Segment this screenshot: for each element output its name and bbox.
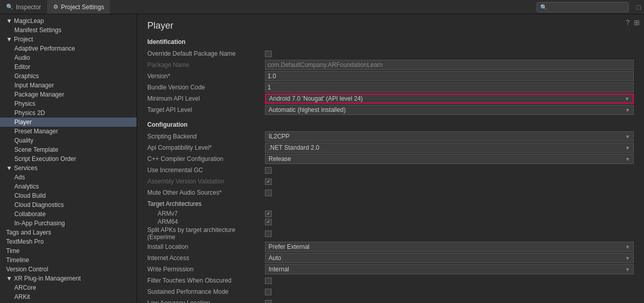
sidebar-item-input-manager[interactable]: Input Manager	[0, 81, 137, 90]
install-location-dropdown[interactable]: Prefer External ▼	[265, 242, 634, 252]
minimum-api-level-dropdown-wrapper: Android 7.0 'Nougat' (API level 24) ▼	[265, 94, 634, 104]
sidebar-item-manifest-settings[interactable]: Manifest Settings	[0, 26, 137, 35]
tab-inspector[interactable]: 🔍 Inspector	[0, 0, 47, 14]
sidebar-item-time[interactable]: Time	[0, 246, 137, 255]
sidebar-item-in-app-purchasing[interactable]: In-App Purchasing	[0, 219, 137, 228]
checkbox-mute-other-audio-sources[interactable]	[265, 190, 272, 196]
checkbox-split-apks[interactable]	[265, 230, 272, 237]
field-install-location: Install Location Prefer External ▼	[147, 242, 634, 252]
field-sustained-performance-mode: Sustained Performance Mode	[147, 287, 634, 297]
sidebar-item-graphics[interactable]: Graphics	[0, 72, 137, 81]
sidebar-item-xr-plugin-management[interactable]: ▼ XR Plug-in Management	[0, 274, 137, 283]
top-bar: 🔍 Inspector ⚙ Project Settings □	[0, 0, 644, 14]
field-bundle-version-code: Bundle Version Code	[147, 82, 634, 92]
sidebar-item-physics-2d[interactable]: Physics 2D	[0, 108, 137, 118]
main-area: ▼ MagicLeapManifest Settings▼ ProjectAda…	[0, 14, 644, 303]
sidebar-item-services[interactable]: ▼ Services	[0, 164, 137, 173]
field-internet-access: Internet Access Auto ▼	[147, 253, 634, 263]
sidebar-item-cloud-build[interactable]: Cloud Build	[0, 191, 137, 200]
sidebar-item-textmesh-pro[interactable]: TextMesh Pro	[0, 237, 137, 246]
write-permission-dropdown[interactable]: Internal ▼	[265, 264, 634, 274]
tab-project-settings[interactable]: ⚙ Project Settings	[47, 0, 110, 14]
sidebar-item-package-manager[interactable]: Package Manager	[0, 90, 137, 99]
checkbox-sustained-performance[interactable]	[265, 289, 272, 295]
sidebar-item-tags-and-layers[interactable]: Tags and Layers	[0, 228, 137, 237]
field-low-accuracy-location: Low Accuracy Location	[147, 298, 634, 303]
dropdown-arrow-icon: ▼	[625, 96, 630, 102]
section-configuration: Configuration	[147, 121, 634, 128]
sidebar-item-cloud-diagnostics[interactable]: Cloud Diagnostics	[0, 200, 137, 209]
sidebar-item-physics[interactable]: Physics	[0, 99, 137, 108]
checkbox-filter-touches[interactable]	[265, 277, 272, 284]
field-write-permission: Write Permission Internal ▼	[147, 264, 634, 274]
layout-icon[interactable]: ⊞	[634, 18, 640, 27]
field-filter-touches-when-obscured: Filter Touches When Obscured	[147, 275, 634, 286]
sidebar-item-preset-manager[interactable]: Preset Manager	[0, 127, 137, 136]
sidebar-item-analytics[interactable]: Analytics	[0, 182, 137, 191]
field-package-name: Package Name com.DefaultCompany.ARFounda…	[147, 60, 634, 70]
sidebar-item-version-control[interactable]: Version Control	[0, 265, 137, 274]
sidebar-item-timeline[interactable]: Timeline	[0, 255, 137, 265]
cpp-compiler-dropdown[interactable]: Release ▼	[265, 154, 634, 164]
field-api-compatibility-level: Api Compatibility Level* .NET Standard 2…	[147, 143, 634, 153]
dropdown-arrow-icon: ▼	[625, 267, 630, 272]
help-icon[interactable]: ?	[626, 18, 630, 27]
dropdown-arrow-icon: ▼	[625, 134, 630, 139]
sidebar-item-script-execution-order[interactable]: Script Execution Order	[0, 154, 137, 164]
checkbox-low-accuracy-location[interactable]	[265, 300, 272, 304]
field-armv7: ARMv7	[147, 210, 634, 217]
sidebar-item-adaptive-performance[interactable]: Adaptive Performance	[0, 44, 137, 53]
sidebar-item-magicleap[interactable]: ▼ MagicLeap	[0, 16, 137, 26]
checkbox-assembly-version-validation[interactable]	[265, 178, 272, 185]
checkbox-use-incremental-gc[interactable]	[265, 167, 272, 174]
checkbox-arm64[interactable]	[265, 219, 272, 225]
target-api-level-dropdown[interactable]: Automatic (highest installed) ▼	[265, 105, 634, 115]
field-target-api-level: Target API Level Automatic (highest inst…	[147, 105, 634, 115]
scripting-backend-dropdown[interactable]: IL2CPP ▼	[265, 131, 634, 142]
checkbox-override-default-package-name[interactable]	[265, 51, 272, 57]
sidebar-item-quality[interactable]: Quality	[0, 136, 137, 145]
search-box[interactable]	[537, 2, 629, 12]
content-area: ? ⊞ Player Identification Override Defau…	[137, 14, 644, 303]
sidebar-item-project[interactable]: ▼ Project	[0, 35, 137, 44]
sidebar-item-collaborate[interactable]: Collaborate	[0, 209, 137, 219]
target-api-level-dropdown-wrapper: Automatic (highest installed) ▼	[265, 105, 634, 115]
maximize-icon[interactable]: □	[637, 3, 641, 11]
field-version: Version*	[147, 71, 634, 81]
sidebar: ▼ MagicLeapManifest Settings▼ ProjectAda…	[0, 14, 137, 303]
field-assembly-version-validation: Assembly Version Validation	[147, 176, 634, 187]
field-cpp-compiler-configuration: C++ Compiler Configuration Release ▼	[147, 154, 634, 164]
package-name-value: com.DefaultCompany.ARFoundationLearn	[265, 60, 634, 70]
field-use-incremental-gc: Use Incremental GC	[147, 165, 634, 175]
minimum-api-level-dropdown[interactable]: Android 7.0 'Nougat' (API level 24) ▼	[265, 94, 634, 104]
sidebar-item-arcore[interactable]: ARCore	[0, 283, 137, 292]
sidebar-item-ads[interactable]: Ads	[0, 173, 137, 182]
sidebar-item-scene-template[interactable]: Scene Template	[0, 145, 137, 154]
settings-icon: ⚙	[53, 4, 58, 10]
page-title: Player	[147, 20, 634, 31]
dropdown-arrow-icon: ▼	[625, 255, 630, 261]
bundle-version-input[interactable]	[265, 82, 634, 92]
field-mute-other-audio-sources: Mute Other Audio Sources*	[147, 188, 634, 198]
dropdown-arrow-icon: ▼	[625, 145, 630, 151]
field-minimum-api-level: Minimum API Level Android 7.0 'Nougat' (…	[147, 94, 634, 104]
dropdown-arrow-icon: ▼	[625, 107, 630, 113]
sidebar-item-player[interactable]: Player	[0, 118, 137, 127]
dropdown-arrow-icon: ▼	[625, 244, 630, 250]
field-target-architectures-label: Target Architectures	[147, 199, 634, 209]
checkbox-armv7[interactable]	[265, 211, 272, 217]
dropdown-arrow-icon: ▼	[625, 156, 630, 162]
field-scripting-backend: Scripting Backend IL2CPP ▼	[147, 131, 634, 142]
search-input[interactable]	[540, 4, 625, 10]
version-input[interactable]	[265, 71, 634, 81]
sidebar-item-audio[interactable]: Audio	[0, 53, 137, 62]
field-arm64: ARM64	[147, 218, 634, 225]
section-identification: Identification	[147, 38, 634, 45]
sidebar-item-editor[interactable]: Editor	[0, 62, 137, 72]
inspector-icon: 🔍	[6, 4, 13, 10]
field-override-default-package-name: Override Default Package Name	[147, 49, 634, 59]
api-compatibility-dropdown[interactable]: .NET Standard 2.0 ▼	[265, 143, 634, 153]
internet-access-dropdown[interactable]: Auto ▼	[265, 253, 634, 263]
sidebar-item-arkit[interactable]: ARKit	[0, 292, 137, 301]
field-split-apks: Split APKs by target architecture (Exper…	[147, 226, 634, 241]
